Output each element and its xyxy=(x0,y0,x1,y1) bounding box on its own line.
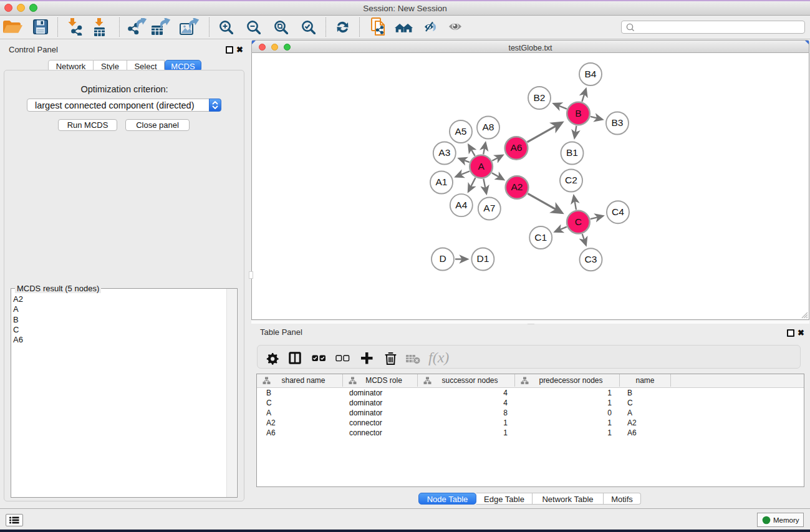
svg-text:C3: C3 xyxy=(585,254,597,264)
svg-text:f(x): f(x) xyxy=(428,350,449,365)
svg-text:A6: A6 xyxy=(511,142,523,153)
svg-text:A4: A4 xyxy=(455,200,467,210)
svg-text:A5: A5 xyxy=(455,126,467,137)
svg-text:C4: C4 xyxy=(612,206,624,217)
svg-text:A8: A8 xyxy=(483,122,494,132)
svg-text:B4: B4 xyxy=(585,69,597,79)
svg-text:A: A xyxy=(478,161,485,172)
svg-text:A3: A3 xyxy=(438,147,450,158)
svg-text:D1: D1 xyxy=(476,253,489,264)
svg-text:A2: A2 xyxy=(511,181,523,192)
svg-text:B1: B1 xyxy=(566,147,578,158)
svg-text:C2: C2 xyxy=(565,175,577,185)
svg-text:D: D xyxy=(439,253,446,264)
svg-text:A7: A7 xyxy=(483,203,495,213)
svg-text:A1: A1 xyxy=(436,177,448,187)
svg-text:C1: C1 xyxy=(534,232,547,243)
svg-text:B2: B2 xyxy=(534,92,546,103)
svg-text:B3: B3 xyxy=(612,117,624,128)
svg-text:B: B xyxy=(575,108,581,118)
svg-text:C: C xyxy=(575,216,582,227)
